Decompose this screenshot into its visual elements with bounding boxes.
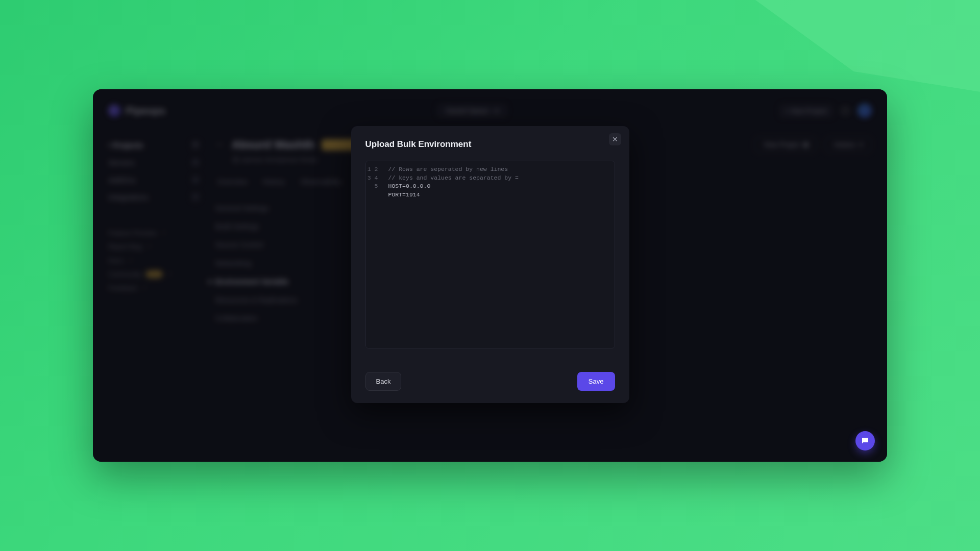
back-button[interactable]: Back xyxy=(365,372,402,391)
app-window: Pipeops Daniel Space ▾ + New Project • P… xyxy=(93,89,887,462)
env-code-editor[interactable]: 1 2 3 4 5 // Rows are seperated by new l… xyxy=(365,161,615,348)
modal-title: Upload Bulk Environment xyxy=(365,139,615,149)
upload-env-modal: Upload Bulk Environment ✕ 1 2 3 4 5 // R… xyxy=(351,126,629,403)
chat-icon[interactable] xyxy=(855,431,875,450)
modal-overlay: Upload Bulk Environment ✕ 1 2 3 4 5 // R… xyxy=(93,89,887,462)
line-number-gutter: 1 2 3 4 5 xyxy=(366,161,383,348)
save-button[interactable]: Save xyxy=(577,372,615,391)
close-icon[interactable]: ✕ xyxy=(609,133,621,145)
code-content[interactable]: // Rows are seperated by new lines // ke… xyxy=(383,161,615,348)
